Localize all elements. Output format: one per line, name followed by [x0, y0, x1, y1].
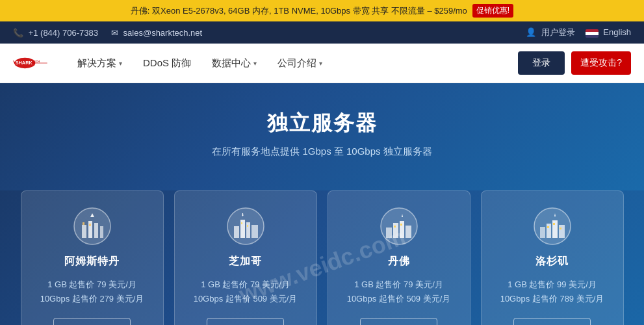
svg-rect-11	[83, 222, 84, 225]
get-started-button[interactable]: 立即开始 →	[207, 318, 284, 325]
hero-subtitle: 在所有服务地点提供 1Gbps 至 10Gbps 独立服务器	[13, 146, 631, 158]
login-button[interactable]: 登录	[518, 51, 565, 75]
svg-rect-8	[94, 223, 98, 238]
svg-rect-31	[547, 224, 551, 238]
flag-icon	[586, 29, 599, 38]
hero-title: 独立服务器	[13, 109, 631, 138]
svg-rect-16	[246, 222, 250, 238]
svg-text:TECH: TECH	[32, 60, 40, 63]
top-nav: 📞 +1 (844) 706-7383 ✉ sales@sharktech.ne…	[0, 21, 644, 44]
svg-rect-9	[100, 226, 103, 238]
svg-text:SHARK: SHARK	[16, 60, 33, 66]
city-icon	[73, 207, 112, 246]
email-contact: ✉ sales@sharktech.net	[111, 28, 202, 38]
svg-rect-25	[406, 226, 411, 238]
city-icon	[380, 207, 419, 246]
svg-rect-23	[393, 223, 398, 238]
nav-solutions[interactable]: 解决方案 ▾	[68, 52, 131, 75]
announcement-text: 丹佛: 双Xeon E5-2678v3, 64GB 内存, 1TB NVME, …	[131, 5, 467, 17]
svg-rect-27	[394, 226, 396, 228]
card-pricing: 1 GB 起售价 79 美元/月10Gbps 起售价 509 美元/月	[194, 278, 298, 306]
email-address: sales@sharktech.net	[123, 28, 203, 38]
svg-rect-36	[553, 223, 555, 225]
city-name: 丹佛	[388, 255, 410, 268]
svg-point-13	[227, 208, 264, 244]
svg-rect-7	[88, 221, 92, 238]
nav-links: 解决方案 ▾ DDoS 防御 数据中心 ▾ 公司介绍 ▾	[68, 52, 518, 75]
attack-button[interactable]: 遭受攻击?	[571, 51, 631, 75]
nav-right-buttons: 登录 遭受攻击?	[518, 51, 631, 75]
get-started-button[interactable]: 立即开始 →	[53, 318, 131, 325]
location-card: 芝加哥 1 GB 起售价 79 美元/月10Gbps 起售价 509 美元/月 …	[174, 190, 317, 325]
svg-rect-28	[400, 224, 402, 226]
svg-rect-19	[241, 222, 242, 224]
chevron-down-icon-3: ▾	[319, 60, 322, 67]
chevron-down-icon-2: ▾	[253, 60, 257, 67]
svg-rect-30	[540, 227, 545, 238]
card-pricing: 1 GB 起售价 99 美元/月10Gbps 起售价 789 美元/月	[500, 278, 604, 306]
hero: 独立服务器 在所有服务地点提供 1Gbps 至 10Gbps 独立服务器	[0, 83, 644, 190]
svg-rect-22	[386, 228, 392, 238]
phone-icon: 📞	[13, 28, 23, 38]
location-card: 丹佛 1 GB 起售价 79 美元/月10Gbps 起售价 509 美元/月 立…	[328, 190, 470, 325]
location-card: 阿姆斯特丹 1 GB 起售价 79 美元/月10Gbps 起售价 279 美元/…	[21, 190, 164, 325]
user-login-label: 用户登录	[541, 27, 575, 37]
get-started-button[interactable]: 立即开始 →	[513, 318, 591, 325]
card-pricing: 1 GB 起售价 79 美元/月10Gbps 起售价 279 美元/月	[40, 278, 144, 306]
top-nav-right: 👤 用户登录 English	[526, 27, 631, 38]
svg-rect-24	[400, 221, 404, 238]
logo-svg: SHARK TECH	[13, 50, 49, 76]
language-selector[interactable]: English	[586, 27, 631, 37]
city-icon	[226, 207, 265, 246]
svg-rect-20	[247, 225, 248, 227]
svg-point-21	[381, 208, 417, 244]
nav-datacenter[interactable]: 数据中心 ▾	[203, 52, 266, 75]
svg-rect-37	[560, 228, 561, 229]
user-login-link[interactable]: 👤 用户登录	[526, 27, 575, 38]
phone-contact: 📞 +1 (844) 706-7383	[13, 28, 98, 38]
promo-badge[interactable]: 促销优惠!	[472, 4, 513, 18]
location-card: 洛杉矶 1 GB 起售价 99 美元/月10Gbps 起售价 789 美元/月 …	[481, 190, 624, 325]
city-name: 洛杉矶	[535, 255, 569, 268]
svg-rect-35	[547, 226, 549, 228]
user-icon: 👤	[526, 27, 536, 37]
city-name: 阿姆斯特丹	[64, 255, 120, 268]
get-started-button[interactable]: 立即开始 →	[360, 318, 437, 325]
language-label: English	[603, 27, 631, 37]
email-icon: ✉	[111, 28, 118, 38]
logo[interactable]: SHARK TECH	[13, 50, 49, 76]
city-name: 芝加哥	[229, 255, 262, 268]
svg-rect-14	[234, 226, 239, 238]
cards-row: 阿姆斯特丹 1 GB 起售价 79 美元/月10Gbps 起售价 279 美元/…	[0, 190, 644, 325]
city-icon	[533, 207, 572, 246]
announcement-bar: 丹佛: 双Xeon E5-2678v3, 64GB 内存, 1TB NVME, …	[0, 0, 644, 21]
nav-about[interactable]: 公司介绍 ▾	[268, 52, 331, 75]
nav-ddos[interactable]: DDoS 防御	[134, 52, 200, 75]
chevron-down-icon: ▾	[119, 60, 122, 67]
phone-number: +1 (844) 706-7383	[29, 28, 98, 38]
card-pricing: 1 GB 起售价 79 美元/月10Gbps 起售价 509 美元/月	[347, 278, 451, 306]
svg-rect-12	[89, 224, 91, 226]
svg-rect-6	[82, 225, 86, 238]
logo-area: SHARK TECH	[13, 50, 49, 76]
svg-marker-18	[242, 213, 243, 216]
svg-rect-17	[251, 225, 258, 238]
svg-rect-33	[559, 225, 565, 238]
top-nav-left: 📞 +1 (844) 706-7383 ✉ sales@sharktech.ne…	[13, 28, 202, 38]
hero-section: 独立服务器 在所有服务地点提供 1Gbps 至 10Gbps 独立服务器 www…	[0, 83, 644, 325]
main-nav: SHARK TECH 解决方案 ▾ DDoS 防御 数据中心 ▾ 公司介绍 ▾ …	[0, 44, 644, 83]
